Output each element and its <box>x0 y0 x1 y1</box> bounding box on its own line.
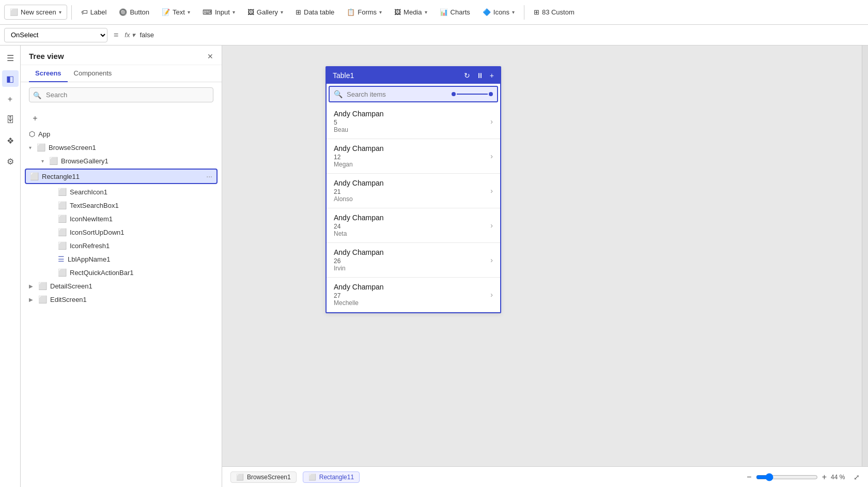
icons-icon: 🔷 <box>483 8 491 16</box>
gallery-item[interactable]: Andy Champan 24 Neta › <box>327 208 500 243</box>
tree-item-rectangle11[interactable]: ⬜ Rectangle11 ··· <box>25 169 218 184</box>
zoom-plus-button[interactable]: + <box>822 473 827 482</box>
gallery-item-sub: Megan <box>334 161 490 168</box>
tree-item-text-search-box1[interactable]: ⬜ TextSearchBox1 <box>21 199 222 212</box>
custom-button[interactable]: ⊞ 83 Custom <box>529 5 580 19</box>
tree-item-rect-quick1[interactable]: ⬜ RectQuickActionBar1 <box>21 266 222 279</box>
gallery-expand-icon: ▾ <box>41 158 44 164</box>
canvas-scrollbar[interactable] <box>862 45 868 466</box>
tree-item-detail-screen1[interactable]: ▶ ⬜ DetailScreen1 <box>21 279 222 293</box>
gallery-widget[interactable]: Table1 ↻ ⏸ + 🔍 <box>326 66 501 313</box>
tree-item-app[interactable]: ⬡ App <box>21 127 222 141</box>
status-bar: ⬜ BrowseScreen1 ⬜ Rectangle11 − + 44 % ⤢ <box>222 466 868 487</box>
gallery-search-container[interactable]: 🔍 <box>329 86 498 102</box>
text-search-box-icon: ⬜ <box>58 201 67 209</box>
screen-badge-icon: ⬜ <box>236 474 244 481</box>
charts-icon: 📊 <box>440 8 448 16</box>
gallery-item[interactable]: Andy Champan 27 Mechelle › <box>327 278 500 312</box>
add-plus-icon[interactable]: + <box>490 71 494 80</box>
zoom-minus-button[interactable]: − <box>747 473 751 482</box>
text-button[interactable]: 📝 Text ▾ <box>157 5 195 19</box>
data-icon[interactable]: 🗄 <box>2 112 19 128</box>
media-button[interactable]: 🖼 Media ▾ <box>389 5 432 19</box>
gallery-button[interactable]: 🖼 Gallery ▾ <box>242 5 288 19</box>
right-handle[interactable] <box>489 92 493 96</box>
gallery-item-sub: Neta <box>334 230 490 237</box>
label-icon: 🏷 <box>81 8 88 16</box>
gallery-chevron: ▾ <box>281 9 283 15</box>
tree-item-search-icon1[interactable]: ⬜ SearchIcon1 <box>21 185 222 199</box>
hamburger-icon[interactable]: ☰ <box>2 50 19 66</box>
tree-item-icon-refresh1[interactable]: ⬜ IconRefresh1 <box>21 239 222 252</box>
gallery-item[interactable]: Andy Champan 26 Irvin › <box>327 243 500 278</box>
pause-icon[interactable]: ⏸ <box>476 71 484 80</box>
resize-handles <box>452 92 493 96</box>
forms-icon: 📋 <box>347 8 355 16</box>
fx-chevron: ▾ <box>132 31 135 39</box>
gallery-icon: 🖼 <box>247 8 254 16</box>
tree-item-add-button[interactable]: + <box>21 110 222 127</box>
new-screen-chevron: ▾ <box>59 9 61 15</box>
data-table-button[interactable]: ⊞ Data table <box>290 5 339 19</box>
zoom-controls: − + 44 % ⤢ <box>747 473 860 482</box>
screen-badge[interactable]: ⬜ BrowseScreen1 <box>230 471 297 483</box>
new-screen-button[interactable]: ⬜ New screen ▾ <box>4 5 67 20</box>
zoom-slider[interactable] <box>756 473 818 481</box>
gallery-item-info: Andy Champan 24 Neta <box>334 214 490 237</box>
gallery-item-arrow-icon: › <box>490 152 493 160</box>
lbl-app-name-icon: ☰ <box>58 255 65 263</box>
icon-sort-icon: ⬜ <box>58 228 67 236</box>
tree-item-browse-gallery[interactable]: ▾ ⬜ BrowseGallery1 <box>21 154 222 168</box>
formula-fx-button[interactable]: fx ▾ <box>125 31 135 39</box>
gallery-item-info: Andy Champan 21 Alonso <box>334 179 490 203</box>
gallery-header: Table1 ↻ ⏸ + <box>327 67 500 84</box>
gallery-item[interactable]: Andy Champan 5 Beau › <box>327 104 500 139</box>
tree-item-icon-new-item1[interactable]: ⬜ IconNewItem1 <box>21 212 222 225</box>
label-button[interactable]: 🏷 Label <box>76 5 112 19</box>
button-icon: 🔘 <box>119 8 127 16</box>
charts-button[interactable]: 📊 Charts <box>435 5 475 19</box>
tree-panel: Tree view ✕ Screens Components 🔍 + ⬡ App… <box>21 45 222 487</box>
layers-icon[interactable]: ◧ <box>2 70 19 87</box>
icons-button[interactable]: 🔷 Icons ▾ <box>477 5 520 19</box>
formula-input[interactable] <box>140 31 864 39</box>
tab-components[interactable]: Components <box>68 65 118 82</box>
gallery-item-info: Andy Champan 12 Megan <box>334 144 490 168</box>
search-icon1-icon: ⬜ <box>58 188 67 196</box>
icon-new-item-icon: ⬜ <box>58 215 67 223</box>
canvas-area: Table1 ↻ ⏸ + 🔍 <box>222 45 868 487</box>
tree-search-input[interactable] <box>29 87 213 102</box>
formula-select[interactable]: OnSelect <box>4 28 107 42</box>
tree-item-lbl-app-name1[interactable]: ☰ LblAppName1 <box>21 252 222 266</box>
tree-close-button[interactable]: ✕ <box>207 52 213 60</box>
expand-button[interactable]: ⤢ <box>854 473 860 481</box>
settings-icon[interactable]: ⚙ <box>2 153 19 170</box>
gallery-item-name: Andy Champan <box>334 179 490 187</box>
tab-screens[interactable]: Screens <box>29 65 68 82</box>
item-badge[interactable]: ⬜ Rectangle11 <box>303 471 360 483</box>
tree-item-edit-screen1[interactable]: ▶ ⬜ EditScreen1 <box>21 293 222 306</box>
gallery-item-num: 27 <box>334 292 490 299</box>
add-icon[interactable]: + <box>2 91 19 108</box>
gallery-item[interactable]: Andy Champan 12 Megan › <box>327 139 500 174</box>
rectangle-more-button[interactable]: ··· <box>206 172 212 180</box>
tree-item-icon-sort1[interactable]: ⬜ IconSortUpDown1 <box>21 225 222 239</box>
formula-bar: OnSelect = fx ▾ <box>0 25 868 45</box>
forms-button[interactable]: 📋 Forms ▾ <box>342 5 387 19</box>
new-screen-icon: ⬜ <box>10 8 18 16</box>
gallery-search-input[interactable] <box>347 90 447 98</box>
left-handle[interactable] <box>452 92 456 96</box>
zoom-percentage: 44 % <box>831 474 849 481</box>
gallery-item-arrow-icon: › <box>490 256 493 264</box>
gallery-item[interactable]: Andy Champan 21 Alonso › <box>327 174 500 208</box>
gallery-item-name: Andy Champan <box>334 110 490 118</box>
tree-add-screen-button[interactable]: + <box>29 112 41 125</box>
refresh-icon[interactable]: ↻ <box>464 71 470 80</box>
button-button[interactable]: 🔘 Button <box>114 5 154 19</box>
input-button[interactable]: ⌨ Input ▾ <box>197 5 240 19</box>
media-chevron: ▾ <box>425 9 427 15</box>
components-icon[interactable]: ❖ <box>2 132 19 149</box>
tree-item-browse-screen[interactable]: ▾ ⬜ BrowseScreen1 <box>21 141 222 154</box>
tree-search-icon: 🔍 <box>33 91 41 99</box>
input-chevron: ▾ <box>233 9 235 15</box>
